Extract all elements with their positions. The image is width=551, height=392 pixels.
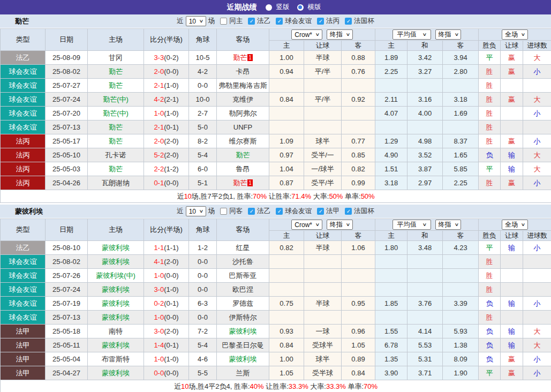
avg-stage-select[interactable]: 终指 ∨ <box>435 29 462 40</box>
vertical-layout-radio[interactable] <box>266 4 272 11</box>
scope-select[interactable]: 全场 ∨ <box>502 29 528 40</box>
match-row: 球会友谊25-07-13勤芒2-1(0-1)5-0UNFP胜 <box>1 120 551 134</box>
league-label-cup[interactable]: 法国杯 <box>354 17 374 26</box>
match-count-value: 10 <box>189 208 196 215</box>
fulltime-score: 1-0 <box>154 355 164 363</box>
result-handicap: 输 <box>501 148 523 162</box>
avg-home-odds: 1.29 <box>375 134 407 148</box>
result-winlose: 平 <box>479 366 501 380</box>
avg-home-odds <box>375 79 407 93</box>
col-header-date: 日期 <box>46 219 88 241</box>
scope-group-header: 全场 ∨ <box>479 29 551 41</box>
avg-draw-odds: 3.42 <box>407 51 443 65</box>
score-cell: 1-0(0-0) <box>144 311 189 325</box>
result-winlose: 胜 <box>479 283 501 297</box>
same-venue-label[interactable]: 同主 <box>229 17 243 26</box>
league-checkbox-ligue2[interactable]: ✓ <box>248 208 255 215</box>
vertical-layout-label[interactable]: 竖版 <box>276 3 290 12</box>
same-venue-checkbox[interactable] <box>220 18 227 25</box>
halftime-score: (0-0) <box>164 272 178 280</box>
crow-home-odds: 0.94 <box>269 65 304 79</box>
avg-home-odds: 1.89 <box>375 51 407 65</box>
match-date: 25-07-13 <box>46 120 88 134</box>
score-cell: 3-0(1-0) <box>144 283 189 297</box>
halftime-score: (2-0) <box>164 327 178 335</box>
league-label-friendly[interactable]: 球会友谊 <box>285 17 312 26</box>
league-label-ligue2[interactable]: 法乙 <box>257 17 270 26</box>
result-winlose: 负 <box>479 352 501 366</box>
away-team-cell: 欧巴涅 <box>217 283 269 297</box>
avg-source-select[interactable]: 平均值 ∨ <box>393 29 431 40</box>
league-badge: 法甲 <box>1 366 46 380</box>
avg-away-odds: 4.23 <box>443 241 479 255</box>
corner-count: 8-2 <box>189 134 217 148</box>
match-count-select[interactable]: 10 ∨ <box>186 206 206 216</box>
away-team-cell: 罗德兹 <box>217 297 269 311</box>
summary-segment: 10 <box>181 382 188 390</box>
away-team-cell: 兰斯 <box>217 366 269 380</box>
score-cell: 1-0(0-0) <box>144 269 189 283</box>
odds-source-select[interactable]: Crow* ∨ <box>291 29 322 40</box>
crow-away-odds <box>342 79 375 93</box>
odds-stage-select[interactable]: 终指 ∨ <box>327 220 353 230</box>
league-badge: 球会友谊 <box>1 311 46 325</box>
score-cell: 1-4(0-1) <box>144 338 189 352</box>
crow-home-odds: 1.04 <box>269 162 304 176</box>
avg-stage-select[interactable]: 终指 ∨ <box>435 220 462 230</box>
summary-segment: 40% <box>250 382 264 390</box>
result-goals: 大 <box>523 93 551 107</box>
avg-away-odds: 1.38 <box>443 338 479 352</box>
halftime-score: (0-0) <box>164 67 178 76</box>
halftime-score: (0-1) <box>164 123 178 131</box>
match-count-select[interactable]: 10 ∨ <box>186 16 206 26</box>
same-venue-checkbox[interactable] <box>220 208 227 215</box>
league-checkbox-friendly[interactable]: ✓ <box>276 18 283 25</box>
result-handicap: 赢 <box>501 352 523 366</box>
odds-source-select[interactable]: Crow* ∨ <box>291 220 322 230</box>
league-label-cup[interactable]: 法国杯 <box>354 207 374 216</box>
summary-segment: 近 <box>177 192 184 200</box>
crow-away-odds <box>342 311 375 325</box>
league-checkbox-ligue2[interactable]: ✓ <box>248 18 255 25</box>
horizontal-layout-label[interactable]: 横版 <box>308 3 321 12</box>
league-checkbox-cup[interactable]: ✓ <box>345 18 352 25</box>
result-goals <box>523 120 551 134</box>
team-name: 勤芒 <box>15 17 29 26</box>
avg-home-odds: 4.90 <box>375 148 407 162</box>
league-checkbox-friendly[interactable]: ✓ <box>276 208 283 215</box>
result-goals: 小 <box>523 366 551 380</box>
avg-home-odds: 3.18 <box>375 176 407 190</box>
chevron-down-icon: ∨ <box>422 32 427 37</box>
chevron-down-icon: ∨ <box>199 19 204 24</box>
odds-stage-value: 终指 <box>330 220 343 229</box>
avg-home-odds: 1.55 <box>375 325 407 338</box>
horizontal-layout-radio[interactable] <box>297 4 304 11</box>
avg-draw-odds <box>407 255 443 269</box>
halftime-score: (1-0) <box>164 81 178 89</box>
scope-select[interactable]: 全场 ∨ <box>502 220 528 230</box>
league-label-national[interactable]: 法丙 <box>326 17 339 26</box>
league-checkbox-cup[interactable]: ✓ <box>345 208 352 215</box>
match-date: 25-05-10 <box>46 148 88 162</box>
match-date: 25-05-03 <box>46 162 88 176</box>
crow-handicap: 球半 <box>304 134 342 148</box>
crow-home-odds: 1.00 <box>269 51 304 65</box>
halftime-score: (1-0) <box>164 355 178 363</box>
col-header-type: 类型 <box>1 219 46 241</box>
same-venue-label[interactable]: 同客 <box>229 207 243 216</box>
home-team-cell: 蒙彼利埃 <box>88 255 144 269</box>
league-label-ligue2[interactable]: 法乙 <box>257 207 270 216</box>
league-checkbox-national[interactable]: ✓ <box>317 18 324 25</box>
result-winlose: 胜 <box>479 93 501 107</box>
avg-draw-odds <box>407 283 443 297</box>
league-label-friendly[interactable]: 球会友谊 <box>285 207 312 216</box>
match-date: 25-07-19 <box>46 297 88 311</box>
home-team-name: 蒙彼利埃 <box>102 244 130 252</box>
avg-source-select[interactable]: 平均值 ∨ <box>393 220 431 230</box>
league-label-ligue1[interactable]: 法甲 <box>326 207 339 216</box>
league-badge: 法丙 <box>1 134 46 148</box>
odds-stage-select[interactable]: 终指 ∨ <box>327 29 353 40</box>
score-cell: 2-1(0-1) <box>144 120 189 134</box>
league-checkbox-ligue1[interactable]: ✓ <box>317 208 324 215</box>
league-badge: 球会友谊 <box>1 65 46 79</box>
